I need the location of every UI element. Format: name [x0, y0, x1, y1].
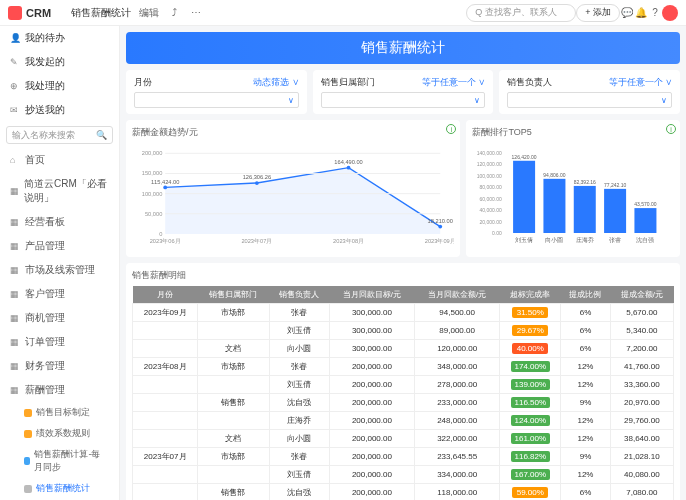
- svg-text:向小圆: 向小圆: [546, 237, 564, 243]
- sidebar-search[interactable]: 输入名称来搜索🔍: [6, 126, 113, 144]
- sidebar-nav-item[interactable]: ▦客户管理: [0, 282, 119, 306]
- edit-link[interactable]: 编辑: [139, 6, 159, 20]
- help-icon[interactable]: ?: [648, 6, 662, 20]
- svg-text:庄海乔: 庄海乔: [576, 236, 594, 243]
- filter-dropdown[interactable]: ∨: [507, 92, 672, 108]
- filter-card: 销售负责人等于任意一个 ∨∨: [499, 70, 680, 114]
- chat-icon[interactable]: 💬: [620, 6, 634, 20]
- filter-mode[interactable]: 等于任意一个 ∨: [609, 76, 673, 89]
- svg-text:18,210.00: 18,210.00: [428, 218, 453, 224]
- filter-mode[interactable]: 等于任意一个 ∨: [422, 76, 486, 89]
- table-row[interactable]: 刘玉倩200,000.00278,000.00139.00%12%33,360.…: [133, 376, 674, 394]
- sidebar-nav-item[interactable]: ▦薪酬管理: [0, 378, 119, 402]
- svg-rect-33: [544, 179, 566, 233]
- table-row[interactable]: 2023年08月市场部张睿200,000.00348,000.00174.00%…: [133, 358, 674, 376]
- sidebar-sub-item[interactable]: 销售薪酬统计: [0, 478, 119, 499]
- table-header: 提成金额/元: [610, 286, 673, 304]
- svg-text:100,000: 100,000: [142, 191, 163, 197]
- svg-text:115,424.00: 115,424.00: [151, 179, 179, 185]
- svg-text:0.00: 0.00: [493, 230, 503, 236]
- sidebar-item[interactable]: ✉抄送我的: [0, 98, 119, 122]
- sidebar-nav-item[interactable]: ▦财务管理: [0, 354, 119, 378]
- more-icon[interactable]: ⋯: [189, 6, 203, 20]
- svg-text:94,806.00: 94,806.00: [544, 172, 566, 178]
- svg-point-16: [347, 166, 351, 170]
- detail-table: 销售薪酬明细 月份销售归属部门销售负责人当月回款目标/元当月回款金额/元超标完成…: [126, 263, 680, 500]
- filter-card: 月份动态筛选 ∨∨: [126, 70, 307, 114]
- svg-text:164,490.00: 164,490.00: [334, 159, 362, 165]
- svg-text:张睿: 张睿: [610, 237, 622, 243]
- table-header: 超标完成率: [500, 286, 561, 304]
- svg-text:77,242.10: 77,242.10: [604, 182, 626, 188]
- table-header: 当月回款目标/元: [329, 286, 414, 304]
- svg-text:2023年06月: 2023年06月: [150, 238, 181, 244]
- sidebar-sub-item[interactable]: 绩效系数规则: [0, 423, 119, 444]
- sidebar-sub-item[interactable]: 销售薪酬计算-每月同步: [0, 444, 119, 478]
- svg-text:120,000.00: 120,000.00: [477, 161, 502, 167]
- sidebar-sub-item[interactable]: 销售目标制定: [0, 402, 119, 423]
- table-row[interactable]: 庄海乔200,000.00248,000.00124.00%12%29,760.…: [133, 412, 674, 430]
- svg-text:2023年08月: 2023年08月: [333, 238, 364, 244]
- svg-text:沈自强: 沈自强: [637, 237, 655, 243]
- info-icon[interactable]: i: [446, 124, 456, 134]
- svg-rect-42: [635, 208, 657, 233]
- svg-text:100,000.00: 100,000.00: [477, 173, 502, 179]
- table-row[interactable]: 刘玉倩200,000.00334,000.00167.00%12%40,080.…: [133, 466, 674, 484]
- table-row[interactable]: 销售部沈自强200,000.00233,000.00116.50%9%20,97…: [133, 394, 674, 412]
- table-header: 提成比例: [561, 286, 610, 304]
- page-banner: 销售薪酬统计: [126, 32, 680, 64]
- svg-rect-36: [574, 186, 596, 233]
- svg-text:82,392.16: 82,392.16: [574, 179, 596, 185]
- svg-text:2023年07月: 2023年07月: [241, 238, 272, 244]
- svg-text:126,420.00: 126,420.00: [512, 154, 537, 160]
- svg-text:刘玉倩: 刘玉倩: [516, 236, 534, 243]
- user-avatar[interactable]: [662, 5, 678, 21]
- bell-icon[interactable]: 🔔: [634, 6, 648, 20]
- table-row[interactable]: 2023年07月市场部张睿200,000.00233,645.55116.82%…: [133, 448, 674, 466]
- svg-text:43,570.00: 43,570.00: [635, 201, 657, 207]
- svg-text:126,306.26: 126,306.26: [243, 174, 271, 180]
- sidebar-nav-item[interactable]: ▦经营看板: [0, 210, 119, 234]
- table-row[interactable]: 刘玉倩300,000.0089,000.0029.67%6%5,340.00: [133, 322, 674, 340]
- sidebar-nav-item[interactable]: ⌂首页: [0, 148, 119, 172]
- sidebar-item[interactable]: ✎我发起的: [0, 50, 119, 74]
- svg-point-10: [163, 186, 167, 190]
- svg-text:20,000.00: 20,000.00: [480, 219, 502, 225]
- global-search[interactable]: Q 查找客户、联系人: [466, 4, 576, 22]
- trend-chart: i 薪酬金额趋势/元 50,000100,000150,000200,00001…: [126, 120, 460, 257]
- table-row[interactable]: 文档向小圆200,000.00322,000.00161.00%12%38,64…: [133, 430, 674, 448]
- table-row[interactable]: 文档向小圆300,000.00120,000.0040.00%6%7,200.0…: [133, 340, 674, 358]
- table-row[interactable]: 销售部沈自强200,000.00118,000.0059.00%6%7,080.…: [133, 484, 674, 501]
- svg-text:80,000.00: 80,000.00: [480, 184, 502, 190]
- sidebar-item[interactable]: 👤我的待办: [0, 26, 119, 50]
- svg-point-13: [255, 181, 259, 185]
- app-logo: [8, 6, 22, 20]
- app-brand: CRM: [26, 7, 51, 19]
- filter-dropdown[interactable]: ∨: [321, 92, 486, 108]
- table-row[interactable]: 2023年09月市场部张睿300,000.0094,500.0031.50%6%…: [133, 304, 674, 322]
- share-icon[interactable]: ⤴: [167, 6, 181, 20]
- table-header: 月份: [133, 286, 198, 304]
- svg-text:50,000: 50,000: [145, 211, 162, 217]
- svg-text:0: 0: [159, 231, 162, 237]
- svg-point-19: [438, 225, 442, 229]
- filter-dropdown[interactable]: ∨: [134, 92, 299, 108]
- sidebar-nav-item[interactable]: ▦订单管理: [0, 330, 119, 354]
- sidebar-item[interactable]: ⊕我处理的: [0, 74, 119, 98]
- sidebar-nav-item[interactable]: ▦市场及线索管理: [0, 258, 119, 282]
- filter-mode[interactable]: 动态筛选 ∨: [253, 76, 299, 89]
- svg-text:60,000.00: 60,000.00: [480, 196, 502, 202]
- table-header: 当月回款金额/元: [415, 286, 500, 304]
- sidebar-nav-item[interactable]: ▦简道云CRM「必看说明」: [0, 172, 119, 210]
- sidebar-nav-item[interactable]: ▦商机管理: [0, 306, 119, 330]
- svg-text:40,000.00: 40,000.00: [480, 207, 502, 213]
- info-icon[interactable]: i: [666, 124, 676, 134]
- sidebar-nav-item[interactable]: ▦产品管理: [0, 234, 119, 258]
- table-header: 销售归属部门: [198, 286, 269, 304]
- svg-text:150,000: 150,000: [142, 170, 163, 176]
- filter-card: 销售归属部门等于任意一个 ∨∨: [313, 70, 494, 114]
- add-button[interactable]: + 添加: [576, 4, 620, 22]
- rank-chart: i 薪酬排行TOP5 20,000.0040,000.0060,000.0080…: [466, 120, 680, 257]
- sidebar: 👤我的待办✎我发起的⊕我处理的✉抄送我的 输入名称来搜索🔍 ⌂首页▦简道云CRM…: [0, 26, 120, 500]
- svg-marker-0: [165, 168, 440, 234]
